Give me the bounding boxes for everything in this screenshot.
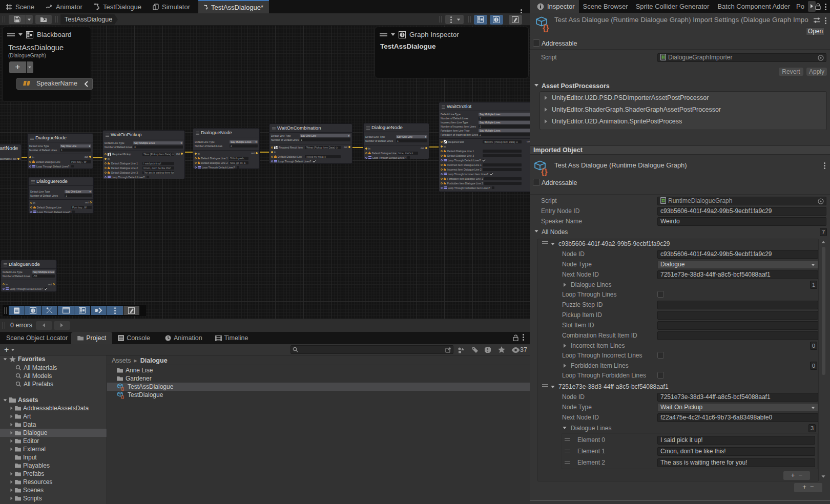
svg-text:{}: {} (541, 167, 547, 176)
svg-text:{}: {} (121, 394, 124, 399)
svg-text:{}: {} (121, 386, 124, 391)
svg-text:{}: {} (543, 24, 549, 32)
